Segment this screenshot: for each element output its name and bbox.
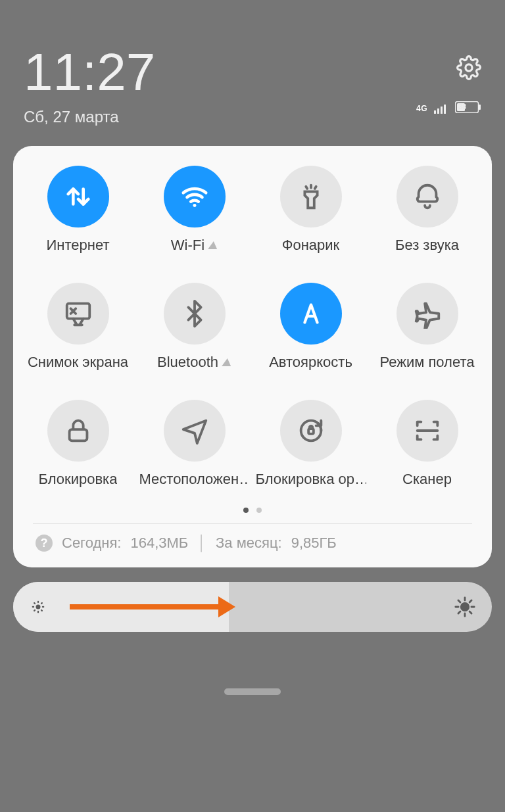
usage-today-value: 164,3МБ bbox=[130, 535, 188, 552]
tile-scanner[interactable]: Сканер bbox=[369, 400, 485, 488]
svg-point-0 bbox=[466, 64, 472, 71]
svg-rect-10 bbox=[69, 429, 87, 441]
scanner-icon bbox=[397, 400, 458, 462]
tiles-grid: Интернет Wi-Fi Фонарик Без звука Сн bbox=[20, 166, 485, 488]
tile-auto-brightness[interactable]: Автояркость bbox=[252, 283, 369, 371]
svg-rect-1 bbox=[434, 110, 436, 114]
tile-label: Блокировка ор… bbox=[256, 471, 366, 488]
tile-internet[interactable]: Интернет bbox=[20, 166, 136, 254]
expand-icon bbox=[208, 241, 218, 249]
rotation-lock-icon bbox=[280, 400, 342, 462]
tile-label: Блокировка bbox=[39, 471, 118, 488]
tile-label: Сканер bbox=[402, 471, 452, 488]
tile-screenshot[interactable]: Снимок экрана bbox=[20, 283, 136, 371]
quick-settings-panel: Интернет Wi-Fi Фонарик Без звука Сн bbox=[13, 146, 492, 567]
status-bar: 4G 38 bbox=[416, 101, 481, 116]
data-usage-row[interactable]: ? Сегодня: 164,3МБ │ За месяц: 9,85ГБ bbox=[20, 532, 485, 558]
tile-label: Wi-Fi bbox=[171, 237, 204, 254]
lock-icon bbox=[47, 400, 109, 462]
bluetooth-icon bbox=[164, 283, 226, 345]
expand-icon bbox=[222, 358, 232, 366]
pager-dot bbox=[243, 508, 249, 513]
tile-label: Автояркость bbox=[269, 354, 352, 371]
battery-percent: 38 bbox=[458, 103, 466, 110]
brightness-slider[interactable] bbox=[13, 582, 492, 632]
battery-icon: 38 bbox=[455, 101, 481, 116]
pager-dot bbox=[256, 508, 262, 513]
tile-location[interactable]: Местоположен… bbox=[136, 400, 252, 488]
help-icon: ? bbox=[36, 535, 53, 552]
usage-month-value: 9,85ГБ bbox=[291, 535, 337, 552]
svg-rect-4 bbox=[444, 105, 446, 114]
drag-handle[interactable] bbox=[224, 688, 281, 695]
network-type-label: 4G bbox=[416, 104, 427, 113]
tile-label: Режим полета bbox=[379, 354, 474, 371]
tile-silent[interactable]: Без звука bbox=[369, 166, 485, 254]
separator: │ bbox=[197, 535, 206, 552]
svg-point-13 bbox=[37, 606, 40, 609]
svg-rect-3 bbox=[441, 107, 443, 114]
tile-rotation-lock[interactable]: Блокировка ор… bbox=[252, 400, 369, 488]
usage-today-label: Сегодня: bbox=[62, 535, 121, 552]
tile-label: Фонарик bbox=[282, 237, 340, 254]
page-indicator bbox=[20, 508, 485, 513]
tile-lock[interactable]: Блокировка bbox=[20, 400, 136, 488]
tile-wifi[interactable]: Wi-Fi bbox=[136, 166, 252, 254]
brightness-low-icon bbox=[29, 598, 47, 616]
svg-rect-6 bbox=[479, 105, 481, 110]
tile-bluetooth[interactable]: Bluetooth bbox=[136, 283, 252, 371]
airplane-icon bbox=[397, 283, 458, 345]
svg-rect-2 bbox=[437, 108, 439, 114]
tile-flashlight[interactable]: Фонарик bbox=[252, 166, 369, 254]
bell-icon bbox=[397, 166, 458, 227]
tile-airplane[interactable]: Режим полета bbox=[369, 283, 485, 371]
gear-icon bbox=[456, 55, 481, 80]
settings-button[interactable] bbox=[456, 55, 481, 80]
tile-label: Bluetooth bbox=[157, 354, 218, 371]
wifi-icon bbox=[164, 166, 226, 227]
location-icon bbox=[164, 400, 226, 462]
data-arrows-icon bbox=[47, 166, 109, 227]
auto-bright-icon bbox=[280, 283, 342, 345]
svg-point-14 bbox=[461, 603, 468, 610]
divider bbox=[33, 523, 472, 524]
tile-label: Местоположен… bbox=[139, 471, 250, 488]
clock-time: 11:27 bbox=[24, 46, 155, 99]
tile-label: Снимок экрана bbox=[28, 354, 128, 371]
clock-date: Сб, 27 марта bbox=[24, 108, 155, 126]
flashlight-icon bbox=[280, 166, 342, 227]
signal-icon bbox=[434, 103, 448, 114]
annotation-arrow bbox=[70, 604, 221, 609]
screenshot-icon bbox=[47, 283, 109, 345]
brightness-high-icon bbox=[454, 596, 476, 618]
svg-rect-9 bbox=[66, 304, 89, 319]
usage-month-label: За месяц: bbox=[216, 535, 282, 552]
tile-label: Интернет bbox=[47, 237, 110, 254]
tile-label: Без звука bbox=[395, 237, 459, 254]
svg-point-8 bbox=[193, 204, 196, 207]
